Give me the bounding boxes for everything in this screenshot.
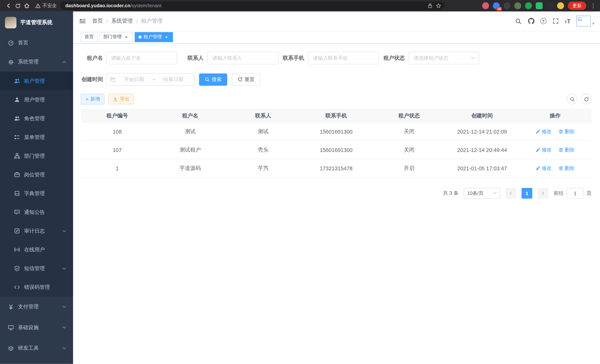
tab-dept-management[interactable]: 部门管理 ×	[99, 32, 133, 42]
chevron-up-icon	[62, 61, 66, 63]
message-icon	[14, 209, 20, 215]
breadcrumb-system[interactable]: 系统管理	[111, 18, 133, 25]
extension-icon[interactable]	[525, 2, 532, 9]
menu-label: 基础设施	[18, 324, 38, 331]
search-button[interactable]: 搜索	[199, 73, 227, 85]
delete-button[interactable]: 删除	[558, 128, 575, 135]
page-size-select[interactable]: 10条/页	[464, 188, 500, 199]
sidebar-item-system-management[interactable]: 系统管理	[0, 53, 73, 72]
sidebar-item-online-users[interactable]: 在线用户	[0, 240, 73, 259]
sidebar-item-tenant-management[interactable]: 租户管理	[0, 72, 73, 90]
next-page-button[interactable]	[538, 188, 548, 199]
sidebar-item-dept-management[interactable]: 部门管理	[0, 147, 73, 165]
menu-label: 通知公告	[24, 209, 45, 215]
bookmark-star-icon[interactable]	[434, 2, 442, 9]
contact-input[interactable]	[212, 55, 274, 61]
browser-refresh-icon[interactable]	[13, 1, 22, 10]
fullscreen-icon[interactable]	[552, 18, 559, 25]
phone-cell: 15601691300	[300, 141, 373, 159]
prev-page-button[interactable]	[506, 188, 516, 199]
add-button[interactable]: + 新增	[81, 94, 104, 104]
contact-cell: 秃头	[227, 141, 300, 159]
sidebar-item-payment[interactable]: 支付管理	[0, 297, 73, 317]
extension-icon[interactable]	[504, 2, 510, 9]
user-avatar[interactable]: ▾	[576, 16, 594, 27]
tenant-name-input[interactable]	[111, 55, 172, 61]
extension-icon[interactable]	[482, 2, 489, 9]
status-select[interactable]: 请选择租户状态	[409, 52, 479, 64]
sidebar-item-menu-management[interactable]: 菜单管理	[0, 128, 73, 147]
share-icon[interactable]	[426, 2, 434, 9]
browser-menu-icon[interactable]: ⋮	[590, 3, 596, 9]
cube-icon	[8, 345, 14, 351]
close-icon[interactable]: ×	[123, 34, 129, 40]
edit-button[interactable]: 修改	[536, 165, 552, 172]
avatar-image	[576, 16, 591, 27]
search-icon	[570, 97, 575, 102]
edit-icon	[536, 148, 540, 152]
sidebar-item-notice[interactable]: 通知公告	[0, 203, 73, 222]
breadcrumb-home[interactable]: 首页	[92, 18, 103, 25]
reset-button[interactable]: 重置	[232, 73, 260, 85]
chevron-left-icon	[509, 191, 513, 195]
goto-page-input[interactable]	[567, 188, 584, 199]
extension-icon[interactable]	[536, 2, 543, 9]
status-cell: 关闭	[373, 122, 445, 141]
chevron-down-icon	[471, 57, 475, 59]
search-toggle-button[interactable]	[567, 94, 578, 104]
sidebar-item-home[interactable]: 首页	[0, 33, 73, 52]
tab-tenant-management[interactable]: 租户管理 ×	[135, 32, 173, 42]
column-header: 租户名	[154, 109, 227, 122]
column-header: 租户状态	[373, 109, 445, 122]
back-icon[interactable]	[4, 1, 13, 10]
close-icon[interactable]: ×	[164, 34, 169, 40]
puzzle-extension-icon[interactable]	[546, 2, 553, 9]
extension-icon[interactable]: 10	[493, 2, 500, 9]
goto-prefix: 前往	[554, 190, 564, 197]
create-time-label: 创建时间	[81, 76, 103, 83]
breadcrumb-separator: /	[106, 18, 108, 24]
menu-label: 角色管理	[24, 115, 45, 122]
security-indicator[interactable]: 不安全	[35, 2, 57, 9]
page-number-button[interactable]: 1	[522, 188, 532, 199]
sidebar-item-role-management[interactable]: 角色管理	[0, 109, 73, 128]
refresh-table-button[interactable]	[581, 94, 592, 104]
filter-form-row-2: 创建时间 开始日期 - 结束日期 搜索 重置	[81, 73, 591, 86]
edit-button[interactable]: 修改	[536, 128, 552, 135]
export-button[interactable]: 导出	[108, 94, 134, 104]
date-range-picker[interactable]: 开始日期 - 结束日期	[106, 73, 194, 86]
sidebar-item-infrastructure[interactable]: 基础设施	[0, 317, 73, 338]
tab-home[interactable]: 首页	[81, 32, 98, 42]
org-tree-icon	[14, 153, 20, 159]
sidebar-item-post-management[interactable]: 岗位管理	[0, 165, 73, 184]
search-icon[interactable]	[515, 18, 522, 25]
sidebar-item-dict-management[interactable]: 字典管理	[0, 184, 73, 203]
phone-input[interactable]	[313, 55, 374, 61]
app-logo[interactable]: 芋道管理系统	[0, 11, 73, 33]
sidebar-item-sms-management[interactable]: 短信管理	[0, 259, 73, 278]
help-icon[interactable]: ?	[540, 18, 546, 24]
sidebar-item-dev-tools[interactable]: 研发工具	[0, 338, 73, 358]
chrome-update-button[interactable]: 更新	[568, 1, 586, 10]
sidebar-item-audit-log[interactable]: 审计日志	[0, 222, 73, 240]
github-icon[interactable]	[528, 18, 534, 25]
active-dot	[139, 36, 142, 38]
profile-avatar-icon[interactable]	[557, 2, 564, 9]
delete-button[interactable]: 删除	[558, 165, 575, 172]
extension-icon[interactable]	[514, 2, 521, 9]
sidebar-item-error-code[interactable]: 错误码管理	[0, 278, 73, 297]
font-size-icon[interactable]: TT	[565, 18, 571, 24]
sidebar-collapse-icon[interactable]	[79, 18, 86, 24]
sidebar-item-user-management[interactable]: 用户管理	[0, 90, 73, 109]
chevron-down-icon	[62, 230, 66, 232]
delete-button[interactable]: 删除	[558, 146, 575, 153]
edit-button[interactable]: 修改	[536, 146, 552, 153]
home-icon[interactable]	[22, 1, 32, 10]
tenant-icon	[14, 78, 20, 84]
phone-group: 联系手机	[283, 52, 379, 64]
url-bar[interactable]: dashboard.yudao.iocoder.cn/system/tenant	[60, 1, 445, 10]
column-header: 操作	[519, 109, 591, 122]
operations-cell: 修改 删除	[519, 159, 591, 177]
filter-form-row-1: 租户名 联系人 联系手机 租户状态 请选择租户状态	[81, 52, 591, 64]
refresh-icon	[238, 77, 243, 82]
